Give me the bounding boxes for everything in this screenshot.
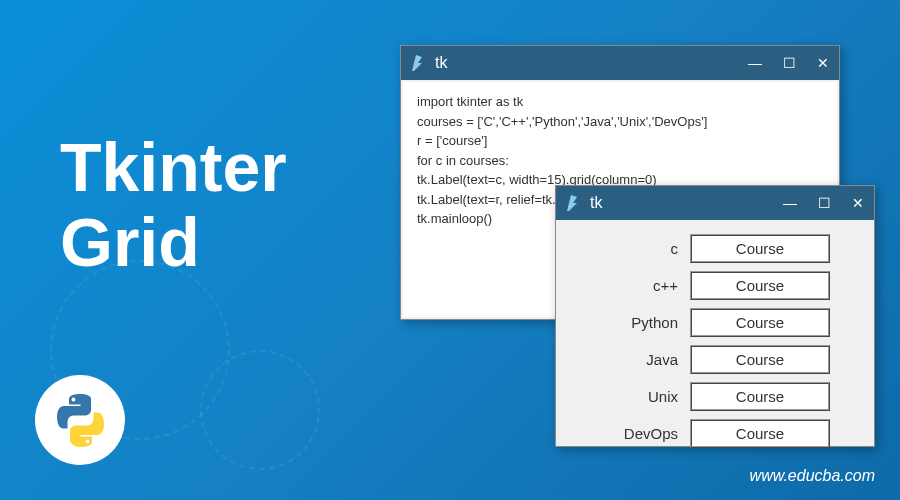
tk-feather-icon (564, 195, 580, 211)
minimize-button[interactable]: — (782, 195, 798, 211)
row-value: Course (690, 308, 830, 337)
code-line: r = ['course'] (417, 131, 823, 151)
table-row: DevOps Course (576, 419, 854, 448)
minimize-button[interactable]: — (747, 55, 763, 71)
table-row: c Course (576, 234, 854, 263)
table-row: Python Course (576, 308, 854, 337)
footer-url: www.educba.com (750, 467, 875, 485)
table-row: Java Course (576, 345, 854, 374)
row-label: Python (600, 314, 690, 331)
title-line-1: Tkinter (60, 130, 287, 205)
table-row: Unix Course (576, 382, 854, 411)
tk-feather-icon (409, 55, 425, 71)
titlebar[interactable]: tk — ☐ ✕ (556, 186, 874, 220)
row-value: Course (690, 271, 830, 300)
window-controls: — ☐ ✕ (782, 195, 866, 211)
row-label: Java (600, 351, 690, 368)
output-window: tk — ☐ ✕ c Course c++ Course Python Cour… (555, 185, 875, 447)
table-row: c++ Course (576, 271, 854, 300)
python-icon (53, 393, 108, 448)
window-title: tk (590, 194, 782, 212)
grid-output: c Course c++ Course Python Course Java C… (556, 220, 874, 446)
row-label: DevOps (600, 425, 690, 442)
maximize-button[interactable]: ☐ (816, 195, 832, 211)
title-line-2: Grid (60, 205, 287, 280)
row-value: Course (690, 345, 830, 374)
close-button[interactable]: ✕ (850, 195, 866, 211)
window-controls: — ☐ ✕ (747, 55, 831, 71)
row-value: Course (690, 419, 830, 448)
bg-gear-decoration (200, 350, 320, 470)
row-value: Course (690, 382, 830, 411)
window-title: tk (435, 54, 747, 72)
code-line: import tkinter as tk (417, 92, 823, 112)
maximize-button[interactable]: ☐ (781, 55, 797, 71)
code-line: for c in courses: (417, 151, 823, 171)
close-button[interactable]: ✕ (815, 55, 831, 71)
page-title: Tkinter Grid (60, 130, 287, 280)
python-logo-badge (35, 375, 125, 465)
row-label: c++ (600, 277, 690, 294)
titlebar[interactable]: tk — ☐ ✕ (401, 46, 839, 80)
code-line: courses = ['C','C++','Python','Java','Un… (417, 112, 823, 132)
row-label: c (600, 240, 690, 257)
row-label: Unix (600, 388, 690, 405)
row-value: Course (690, 234, 830, 263)
